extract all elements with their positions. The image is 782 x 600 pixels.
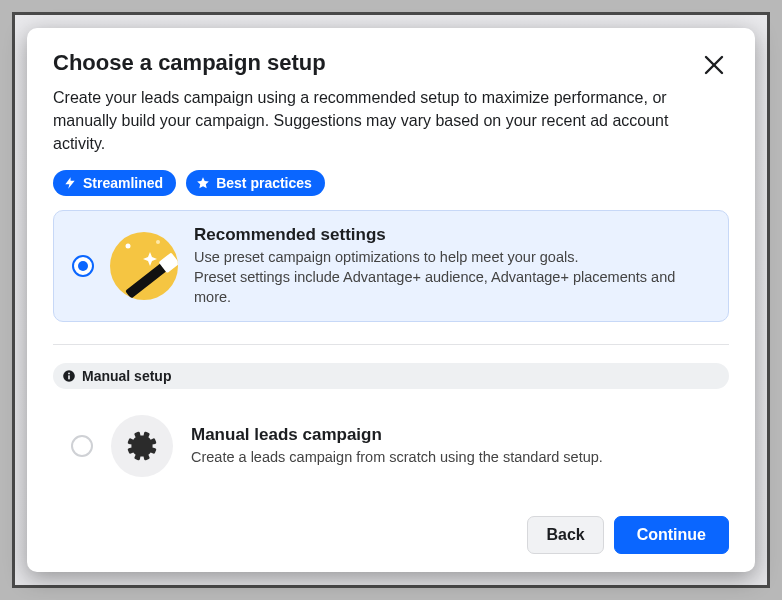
star-icon — [196, 176, 210, 190]
option-recommended-title: Recommended settings — [194, 225, 710, 245]
svg-point-5 — [68, 373, 70, 375]
back-button[interactable]: Back — [527, 516, 603, 554]
lightning-icon — [63, 176, 77, 190]
svg-point-2 — [126, 244, 131, 249]
modal-footer: Back Continue — [53, 502, 729, 554]
option-manual[interactable]: Manual leads campaign Create a leads cam… — [53, 405, 729, 487]
radio-manual[interactable] — [71, 435, 93, 457]
divider — [53, 344, 729, 345]
badge-row: Streamlined Best practices — [53, 170, 729, 196]
gear-icon — [125, 429, 159, 463]
modal-description: Create your leads campaign using a recom… — [53, 86, 713, 156]
badge-best-practices-label: Best practices — [216, 175, 312, 191]
badge-best-practices: Best practices — [186, 170, 325, 196]
tag-manual-setup-label: Manual setup — [82, 368, 171, 384]
badge-streamlined-label: Streamlined — [83, 175, 163, 191]
svg-point-3 — [156, 240, 160, 244]
info-icon — [62, 369, 76, 383]
close-icon — [703, 54, 725, 76]
campaign-setup-modal: Choose a campaign setup Create your lead… — [27, 28, 755, 572]
badge-streamlined: Streamlined — [53, 170, 176, 196]
option-recommended[interactable]: Recommended settings Use preset campaign… — [53, 210, 729, 323]
radio-recommended[interactable] — [72, 255, 94, 277]
modal-header: Choose a campaign setup — [53, 50, 729, 84]
magic-wand-illustration — [110, 232, 178, 300]
modal-title: Choose a campaign setup — [53, 50, 326, 76]
option-manual-title: Manual leads campaign — [191, 425, 711, 445]
option-manual-desc: Create a leads campaign from scratch usi… — [191, 447, 711, 467]
close-button[interactable] — [699, 50, 729, 84]
svg-rect-6 — [68, 376, 70, 380]
option-recommended-desc2: Preset settings include Advantage+ audie… — [194, 267, 710, 308]
continue-button[interactable]: Continue — [614, 516, 729, 554]
tag-manual-setup: Manual setup — [53, 363, 729, 389]
gear-illustration — [111, 415, 173, 477]
option-recommended-desc1: Use preset campaign optimizations to hel… — [194, 247, 710, 267]
